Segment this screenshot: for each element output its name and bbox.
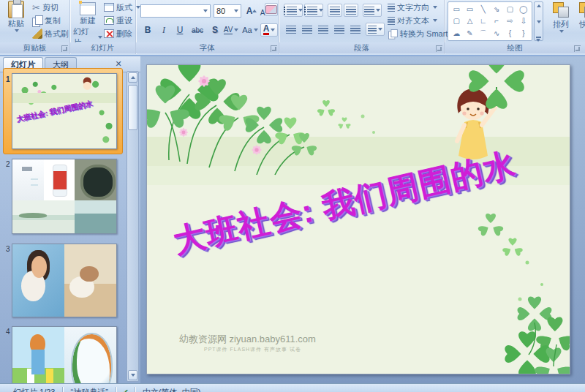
watermark-subtext: PPT课件 FLASH课件 有声故事 试卷 xyxy=(204,346,301,353)
ribbon-group-font: 80 A A B I U abc S AV Aa A 字体 xyxy=(136,0,279,54)
shape-left-brace-icon[interactable]: { xyxy=(503,27,516,39)
bold-button[interactable]: B xyxy=(140,23,155,37)
spellcheck-icon[interactable]: ✔ xyxy=(116,388,135,392)
clipboard-dialog-launcher-icon[interactable] xyxy=(61,45,68,52)
distribute-button[interactable] xyxy=(348,23,363,36)
font-name-combo[interactable] xyxy=(140,4,211,18)
thumbnail-2-art xyxy=(12,159,116,233)
shape-arrow-icon[interactable]: ⇘ xyxy=(490,3,503,15)
clipboard-group-label: 剪贴板 xyxy=(0,42,69,53)
slide-thumbnail-2[interactable] xyxy=(12,159,117,234)
shape-right-arrow-icon[interactable]: ⇨ xyxy=(503,15,516,28)
font-color-button[interactable]: A xyxy=(260,23,278,37)
paragraph-dialog-launcher-icon[interactable] xyxy=(436,45,442,52)
photo-fishbowl xyxy=(64,327,116,383)
theme-name[interactable]: “神秘典话” xyxy=(63,387,115,392)
text-direction-button[interactable]: 文字方向 xyxy=(388,1,437,14)
shape-down-arrow-icon[interactable]: ⇩ xyxy=(517,15,530,28)
shapes-gallery-scrollbar[interactable] xyxy=(534,1,543,41)
slides-group-label: 幻灯片 xyxy=(70,42,135,53)
cut-button[interactable]: ✂ 剪切 xyxy=(32,1,58,14)
justify-icon xyxy=(334,26,344,34)
paste-dropdown-icon xyxy=(15,29,19,32)
thumbnail-1-art: 大班社会: 我们周围的水 xyxy=(12,74,116,148)
delete-button[interactable]: 删除 xyxy=(104,27,132,40)
layout-icon xyxy=(104,3,114,12)
shape-rounded-rect-icon[interactable]: ▢ xyxy=(450,15,463,28)
strikethrough-button[interactable]: abc xyxy=(190,23,205,37)
smartart-icon xyxy=(388,29,397,38)
align-text-icon xyxy=(388,17,395,25)
shape-curve-icon[interactable]: ∿ xyxy=(490,27,503,39)
paste-button[interactable]: 粘贴 xyxy=(1,0,31,42)
slide-thumbnail-4[interactable] xyxy=(12,326,117,383)
grow-caret-icon xyxy=(252,10,257,12)
shape-elbow-arrow-icon[interactable]: ⌐ xyxy=(490,15,503,28)
arrange-icon xyxy=(553,2,569,17)
slide-thumbnail-3[interactable] xyxy=(12,244,117,317)
character-spacing-button[interactable]: AV xyxy=(224,23,238,37)
new-slide-button[interactable]: 新建 幻灯片 xyxy=(73,0,102,42)
slide-canvas[interactable]: 大班社会: 我们周围的水 幼教资源网 ziyuan.baby611.com PP… xyxy=(146,64,570,374)
shape-triangle-icon[interactable]: △ xyxy=(463,15,476,28)
layout-button[interactable]: 版式 xyxy=(104,1,140,14)
thumbnail-3-art xyxy=(12,244,116,317)
scrollbar-thumb[interactable] xyxy=(128,85,137,130)
font-color-dropdown-icon xyxy=(271,29,275,31)
decrease-indent-button[interactable] xyxy=(328,4,342,17)
drawing-dialog-launcher-icon[interactable] xyxy=(574,45,581,52)
arrange-button[interactable]: 排列 xyxy=(548,0,573,42)
increase-indent-button[interactable] xyxy=(344,4,358,17)
gallery-scroll-down-icon[interactable] xyxy=(537,20,541,23)
bullets-icon xyxy=(287,7,297,15)
ribbon-group-paragraph: 文字方向 对齐文本 转换为 SmartArt 段落 xyxy=(279,0,445,54)
justify-button[interactable] xyxy=(332,23,347,36)
shape-scribble-icon[interactable]: ✎ xyxy=(463,27,476,39)
scroll-up-button[interactable] xyxy=(128,72,137,83)
shape-cloud-icon[interactable]: ☁ xyxy=(450,27,463,39)
shape-rectangle-icon[interactable]: ▢ xyxy=(503,3,516,15)
ribbon-group-drawing: ▭ ▭ ╲ ⇘ ▢ ◯ ▢ △ ∟ ⌐ ⇨ ⇩ ☁ ✎ ⌒ ∿ { } 排列 xyxy=(445,0,585,54)
font-group-label: 字体 xyxy=(136,42,279,53)
paragraph-group-label: 段落 xyxy=(279,42,444,53)
font-size-combo[interactable]: 80 xyxy=(214,4,241,18)
gallery-scroll-up-icon[interactable] xyxy=(537,4,541,7)
align-center-button[interactable] xyxy=(300,23,314,36)
quick-styles-button[interactable]: 快速 xyxy=(575,0,585,42)
scroll-down-button[interactable] xyxy=(128,370,137,380)
copy-button[interactable]: 复制 xyxy=(32,14,61,27)
align-left-button[interactable] xyxy=(284,23,298,36)
font-dialog-launcher-icon[interactable] xyxy=(271,45,277,52)
bullets-button[interactable] xyxy=(284,4,303,17)
distribute-icon xyxy=(350,26,361,34)
align-text-button[interactable]: 对齐文本 xyxy=(388,14,437,27)
text-shadow-button[interactable]: S xyxy=(208,23,222,37)
shapes-gallery[interactable]: ▭ ▭ ╲ ⇘ ▢ ◯ ▢ △ ∟ ⌐ ⇨ ⇩ ☁ ✎ ⌒ ∿ { } xyxy=(448,1,532,41)
line-spacing-button[interactable] xyxy=(363,4,382,17)
format-painter-icon xyxy=(32,29,42,39)
photo-well xyxy=(75,159,116,200)
shape-elbow-icon[interactable]: ∟ xyxy=(477,15,490,28)
grow-font-button[interactable]: A xyxy=(244,4,259,18)
slide-thumbnail-1[interactable]: 大班社会: 我们周围的水 xyxy=(12,73,117,149)
shape-oval-icon[interactable]: ◯ xyxy=(517,3,530,15)
shape-right-brace-icon[interactable]: } xyxy=(517,27,530,39)
format-painter-button[interactable]: 格式刷 xyxy=(32,27,69,40)
underline-button[interactable]: U xyxy=(173,23,187,37)
shape-textbox2-icon[interactable]: ▭ xyxy=(463,3,476,15)
change-case-button[interactable]: Aa xyxy=(243,23,257,37)
panel-scrollbar[interactable] xyxy=(127,71,139,382)
shape-line-icon[interactable]: ╲ xyxy=(477,3,490,15)
shape-textbox-icon[interactable]: ▭ xyxy=(450,3,463,15)
italic-button[interactable]: I xyxy=(156,23,171,37)
gallery-more-icon[interactable] xyxy=(536,37,541,38)
numbering-button[interactable] xyxy=(304,4,323,17)
columns-button[interactable] xyxy=(366,23,385,36)
shape-arc-icon[interactable]: ⌒ xyxy=(477,27,490,39)
align-right-button[interactable] xyxy=(316,23,331,36)
numbering-icon xyxy=(307,7,317,15)
watermark-text: 幼教资源网 ziyuan.baby611.com xyxy=(179,333,316,346)
language-indicator[interactable]: 中文(简体, 中国) xyxy=(135,387,208,392)
reset-button[interactable]: 重设 xyxy=(104,14,132,27)
clear-formatting-button[interactable] xyxy=(265,3,278,16)
